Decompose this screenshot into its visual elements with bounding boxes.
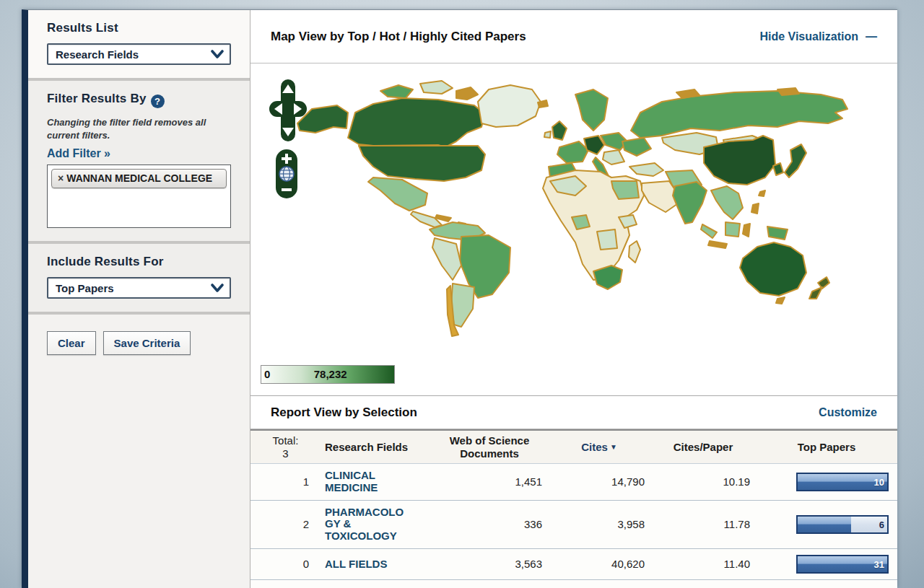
customize-link[interactable]: Customize [819,406,877,419]
column-header-research-fields[interactable]: Research Fields [321,441,431,454]
chevron-down-icon [211,49,224,59]
top-papers-value: 6 [879,519,884,530]
include-results-select[interactable]: Top Papers [47,277,231,299]
row-rank: 1 [250,470,321,493]
map-view-title: Map View by Top / Hot / Highly Cited Pap… [271,30,526,44]
pan-control[interactable] [269,79,307,141]
top-papers-value: 31 [874,558,884,569]
top-papers-bar[interactable]: 31 [796,555,889,574]
row-rank: 2 [250,512,321,536]
research-field-link[interactable]: PHARMACOLOGY & TOXICOLOGY [321,501,414,548]
cites-value: 3,958 [548,512,650,536]
report-table: Total: 3 Research Fields Web of Science … [250,429,897,588]
choropleth-map-area: 0 78,232 [250,63,897,396]
active-filters-box: ×WANNAN MEDICAL COLLEGE [47,164,231,228]
results-list-title: Results List [47,21,231,35]
world-map[interactable] [272,69,871,351]
map-controls [269,79,310,202]
column-header-cites-per-paper[interactable]: Cites/Paper [650,441,756,454]
report-view-title: Report View by Selection [271,405,417,420]
report-view-header: Report View by Selection Customize [250,396,897,429]
top-papers-bar[interactable]: 6 [796,515,889,534]
zoom-control[interactable] [274,149,299,199]
documents-value: 3,563 [431,552,548,576]
results-list-select[interactable]: Research Fields [47,43,231,65]
sort-desc-icon: ▼ [610,443,617,451]
cites-per-paper-value: 10.19 [650,470,756,493]
chevron-down-icon [211,283,224,293]
total-count: Total: 3 [250,434,321,460]
map-view-header: Map View by Top / Hot / Highly Cited Pap… [250,10,897,63]
top-papers-value: 10 [874,476,884,487]
column-header-cites[interactable]: Cites▼ [548,441,650,454]
bar-fill [798,517,851,532]
clear-button[interactable]: Clear [47,331,96,355]
main-content: Map View by Top / Hot / Highly Cited Pap… [250,10,897,588]
cites-per-paper-value: 11.78 [650,512,756,536]
save-criteria-button[interactable]: Save Criteria [103,331,191,355]
table-row: 2 PHARMACOLOGY & TOXICOLOGY 336 3,958 11… [250,501,897,549]
filter-title: Filter Results By? [47,92,231,108]
row-rank: 0 [250,552,321,576]
remove-filter-icon[interactable]: × [58,172,64,184]
sidebar: Results List Research Fields Filter Resu… [28,10,250,588]
research-field-link[interactable]: ALL FIELDS [321,553,414,576]
results-list-panel: Results List Research Fields [28,10,250,78]
legend-max-value: 78,232 [314,368,347,380]
documents-value: 336 [431,512,548,536]
filter-panel: Filter Results By? Changing the filter f… [28,78,250,241]
column-header-top-papers[interactable]: Top Papers [756,441,897,454]
top-papers-bar[interactable]: 10 [796,473,889,491]
cites-per-paper-value: 11.40 [650,552,756,576]
table-header-row: Total: 3 Research Fields Web of Science … [250,429,897,464]
zoom-out-icon [282,188,292,191]
documents-value: 1,451 [431,470,548,493]
actions-panel: Clear Save Criteria [28,312,250,588]
filter-tag-label: WANNAN MEDICAL COLLEGE [66,172,212,184]
include-results-selected-value: Top Papers [56,282,114,294]
hide-visualization-link[interactable]: Hide Visualization— [759,30,877,43]
table-row: 1 CLINICAL MEDICINE 1,451 14,790 10.19 1… [250,464,897,501]
map-legend: 0 78,232 [261,365,395,384]
app-window: Results List Research Fields Filter Resu… [22,9,897,588]
include-results-title: Include Results For [47,255,231,269]
include-results-panel: Include Results For Top Papers [28,241,250,312]
legend-min-value: 0 [264,368,270,380]
column-header-documents[interactable]: Web of Science Documents [431,434,548,460]
results-list-selected-value: Research Fields [56,48,139,61]
filter-note: Changing the filter field removes all cu… [47,116,231,141]
help-icon[interactable]: ? [151,95,165,108]
table-row: 0 ALL FIELDS 3,563 40,620 11.40 31 [250,549,897,580]
globe-icon [279,167,294,181]
cites-value: 40,620 [548,552,650,576]
add-filter-link[interactable]: Add Filter » [47,147,110,160]
filter-tag[interactable]: ×WANNAN MEDICAL COLLEGE [51,169,227,188]
minus-icon: — [866,30,877,43]
research-field-link[interactable]: CLINICAL MEDICINE [321,464,414,500]
cites-value: 14,790 [548,470,650,493]
